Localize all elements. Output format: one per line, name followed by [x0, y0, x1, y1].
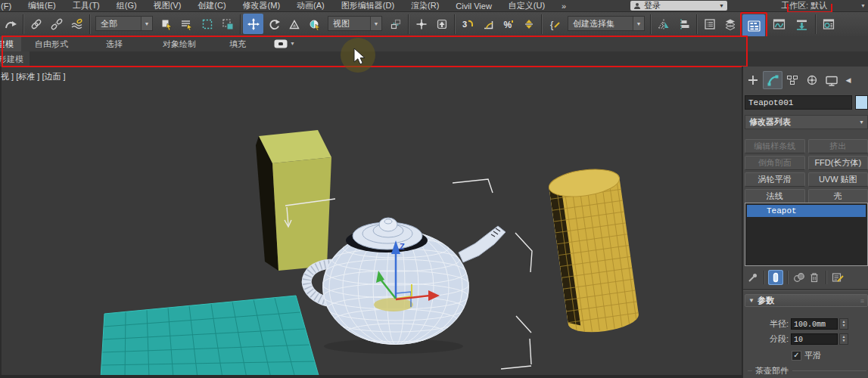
ribbon-tab-populate[interactable]: 填充: [222, 36, 254, 51]
segments-spinner[interactable]: ▲▼: [839, 333, 848, 345]
modifier-button-extrude[interactable]: 挤出: [808, 139, 868, 153]
tab-display[interactable]: [822, 71, 842, 89]
ribbon-tab-bar: 建模 自由形式 选择 对象绘制 填充 ▼: [0, 36, 868, 51]
ribbon-toggle-icon[interactable]: [742, 14, 765, 37]
select-manipulate-icon[interactable]: [304, 14, 325, 34]
object-name-field[interactable]: Teapot001: [745, 95, 852, 110]
snap-3d-icon[interactable]: 3: [457, 14, 478, 34]
login-label: 登录: [644, 0, 661, 11]
menu-graph-editors[interactable]: 图形编辑器(D): [333, 0, 403, 11]
unlink-icon[interactable]: [46, 14, 67, 34]
viewport-label[interactable]: 视 ] [标准 ] [边面 ]: [1, 71, 66, 82]
modifier-button-bevel-profile[interactable]: 倒角剖面: [745, 156, 805, 170]
tab-modify[interactable]: [763, 71, 782, 89]
stack-item-teapot[interactable]: Teapot: [747, 205, 866, 217]
angle-snap-icon[interactable]: [478, 14, 498, 34]
menu-customize[interactable]: 自定义(U): [500, 0, 553, 11]
user-icon: [633, 2, 641, 10]
box-object[interactable]: [256, 130, 331, 271]
cylinder-object[interactable]: [546, 165, 641, 336]
modifier-button-edit-spline[interactable]: 编辑样条线: [745, 139, 805, 153]
teapot-object[interactable]: [306, 218, 506, 354]
select-place-icon[interactable]: [411, 14, 431, 34]
menu-views[interactable]: 视图(V): [145, 0, 190, 11]
smooth-checkbox[interactable]: ✓: [792, 351, 801, 361]
menu-animation[interactable]: 动画(A): [288, 0, 333, 11]
scene-explorer-icon[interactable]: [699, 14, 720, 34]
ribbon-panel-bar: 形建模: [0, 51, 868, 67]
selection-filter-value: 全部: [101, 18, 117, 29]
redo-icon[interactable]: [0, 14, 20, 34]
move-icon[interactable]: [243, 14, 263, 34]
schematic-view-icon[interactable]: [790, 14, 813, 34]
selection-filter-dropdown[interactable]: 全部 ▼: [95, 16, 153, 31]
configure-sets-icon[interactable]: [830, 270, 845, 285]
pin-stack-icon[interactable]: [745, 270, 760, 285]
tab-motion[interactable]: [802, 71, 822, 89]
3dsmax-window: { "annotation": {"color": "#e11414"}, "m…: [0, 0, 868, 378]
plane-object[interactable]: [101, 296, 319, 378]
ribbon-tab-modeling[interactable]: 建模: [0, 36, 21, 51]
select-object-icon[interactable]: [156, 14, 176, 34]
menu-modifiers[interactable]: 修改器(M): [235, 0, 289, 11]
tab-create[interactable]: [743, 71, 763, 89]
keyboard-override-icon[interactable]: [431, 14, 452, 34]
tabs-scroll-arrow[interactable]: ◀: [842, 71, 855, 89]
viewport-bottom-edge: [0, 375, 742, 378]
segments-label: 分段:: [745, 333, 791, 345]
login-dropdown[interactable]: 登录 ▼: [630, 1, 727, 11]
radius-field[interactable]: 100.0mm: [791, 318, 838, 330]
segments-field[interactable]: 10: [791, 333, 838, 345]
menu-civil-view[interactable]: Civil View: [447, 2, 499, 11]
parameters-title: 参数: [758, 295, 774, 306]
stack-toolbar: [745, 268, 868, 287]
tab-hierarchy[interactable]: [782, 71, 802, 89]
ribbon-tab-object-paint[interactable]: 对象绘制: [155, 36, 204, 51]
remove-modifier-icon[interactable]: [807, 270, 822, 285]
align-icon[interactable]: [674, 14, 694, 34]
teapot-parts-label: 茶壶部件: [755, 365, 789, 376]
percent-snap-icon[interactable]: %: [498, 14, 518, 34]
object-color-swatch[interactable]: [855, 95, 868, 110]
ribbon-panel-polymodeling[interactable]: 形建模: [0, 51, 30, 67]
selection-set-dropdown[interactable]: 创建选择集 ▼: [568, 16, 645, 31]
parameters-rollout-header[interactable]: ▼ 参数 ≡: [745, 294, 868, 307]
window-crossing-icon[interactable]: [217, 14, 238, 34]
modifier-button-turbosmooth[interactable]: 涡轮平滑: [745, 172, 805, 187]
curve-editor-icon[interactable]: [767, 14, 790, 34]
ribbon-tab-selection[interactable]: 选择: [98, 36, 130, 51]
link-icon[interactable]: [26, 14, 46, 34]
modifier-button-normal[interactable]: 法线: [745, 189, 805, 203]
mirror-icon[interactable]: [653, 14, 674, 34]
coord-system-dropdown[interactable]: 视图 ▼: [328, 16, 382, 31]
menu-tools[interactable]: 工具(T): [64, 0, 108, 11]
bind-spacewarp-icon[interactable]: [67, 14, 87, 34]
render-setup-icon[interactable]: [818, 14, 838, 34]
modifier-button-uvw-map[interactable]: UVW 贴图: [808, 172, 868, 187]
modifier-button-ffd-box[interactable]: FFD(长方体): [808, 156, 868, 170]
rotate-icon[interactable]: [263, 14, 284, 34]
modifier-list-dropdown[interactable]: 修改器列表 ▼: [745, 115, 868, 129]
viewport[interactable]: Z: [0, 67, 742, 378]
menu-file[interactable]: (F): [0, 2, 20, 11]
rect-region-icon[interactable]: [197, 14, 217, 34]
make-unique-icon[interactable]: [792, 270, 807, 285]
named-sets-icon[interactable]: {: [544, 14, 565, 34]
modifier-button-shell[interactable]: 壳: [808, 189, 868, 203]
ribbon-tab-freeform[interactable]: 自由形式: [27, 36, 76, 51]
select-by-name-icon[interactable]: [176, 14, 197, 34]
menu-create[interactable]: 创建(C): [189, 0, 234, 11]
gizmo-z-label: Z: [400, 242, 405, 251]
scale-icon[interactable]: [284, 14, 304, 34]
show-end-result-icon[interactable]: [768, 270, 783, 285]
radius-spinner[interactable]: ▲▼: [839, 318, 848, 330]
layer-explorer-icon[interactable]: [720, 14, 740, 34]
menu-rendering[interactable]: 渲染(R): [403, 0, 447, 11]
menu-edit[interactable]: 编辑(E): [20, 0, 64, 11]
menu-group[interactable]: 组(G): [108, 0, 145, 11]
ribbon-media-dropdown[interactable]: ▼: [266, 36, 303, 51]
menu-overflow[interactable]: »: [553, 2, 574, 11]
spinner-snap-icon[interactable]: [518, 14, 539, 34]
pivot-center-icon[interactable]: [385, 14, 406, 34]
chevron-down-icon: ▼: [290, 36, 295, 51]
